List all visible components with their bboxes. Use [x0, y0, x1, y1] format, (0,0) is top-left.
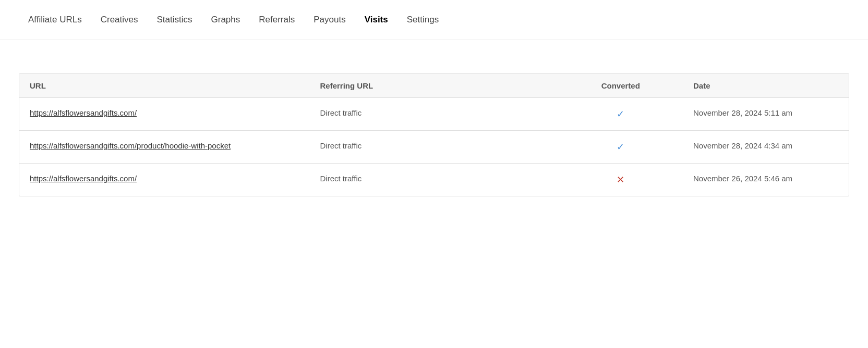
nav-item-visits[interactable]: Visits	[355, 9, 397, 30]
converted-cell: ✓	[559, 98, 683, 131]
main-nav: Affiliate URLsCreativesStatisticsGraphsR…	[0, 0, 868, 40]
converted-cell: ✓	[559, 131, 683, 164]
table-header: URL Referring URL Converted Date	[19, 74, 849, 98]
nav-item-referrals[interactable]: Referrals	[249, 9, 304, 30]
date-cell: November 26, 2024 5:46 am	[683, 164, 849, 196]
cross-icon: ✕	[617, 174, 624, 185]
visits-table: URL Referring URL Converted Date https:/…	[19, 74, 849, 196]
url-link[interactable]: https://alfsflowersandgifts.com/product/…	[30, 141, 231, 150]
referring-url: Direct traffic	[310, 164, 559, 196]
table-row: https://alfsflowersandgifts.com/Direct t…	[19, 164, 849, 196]
table-row: https://alfsflowersandgifts.com/Direct t…	[19, 98, 849, 131]
nav-item-graphs[interactable]: Graphs	[202, 9, 250, 30]
nav-item-payouts[interactable]: Payouts	[304, 9, 355, 30]
check-icon: ✓	[617, 141, 624, 153]
url-link[interactable]: https://alfsflowersandgifts.com/	[30, 174, 137, 183]
url-link[interactable]: https://alfsflowersandgifts.com/	[30, 108, 137, 117]
date-cell: November 28, 2024 4:34 am	[683, 131, 849, 164]
table-row: https://alfsflowersandgifts.com/product/…	[19, 131, 849, 164]
main-content: URL Referring URL Converted Date https:/…	[0, 40, 868, 215]
visits-table-wrapper: URL Referring URL Converted Date https:/…	[19, 73, 849, 196]
date-cell: November 28, 2024 5:11 am	[683, 98, 849, 131]
nav-item-statistics[interactable]: Statistics	[148, 9, 202, 30]
referring-url: Direct traffic	[310, 131, 559, 164]
nav-item-creatives[interactable]: Creatives	[91, 9, 148, 30]
col-header-referring: Referring URL	[310, 74, 559, 98]
check-icon: ✓	[617, 108, 624, 120]
col-header-converted: Converted	[559, 74, 683, 98]
col-header-url: URL	[19, 74, 310, 98]
nav-item-settings[interactable]: Settings	[397, 9, 448, 30]
col-header-date: Date	[683, 74, 849, 98]
referring-url: Direct traffic	[310, 98, 559, 131]
table-body: https://alfsflowersandgifts.com/Direct t…	[19, 98, 849, 196]
converted-cell: ✕	[559, 164, 683, 196]
nav-item-affiliate-urls[interactable]: Affiliate URLs	[19, 9, 91, 30]
